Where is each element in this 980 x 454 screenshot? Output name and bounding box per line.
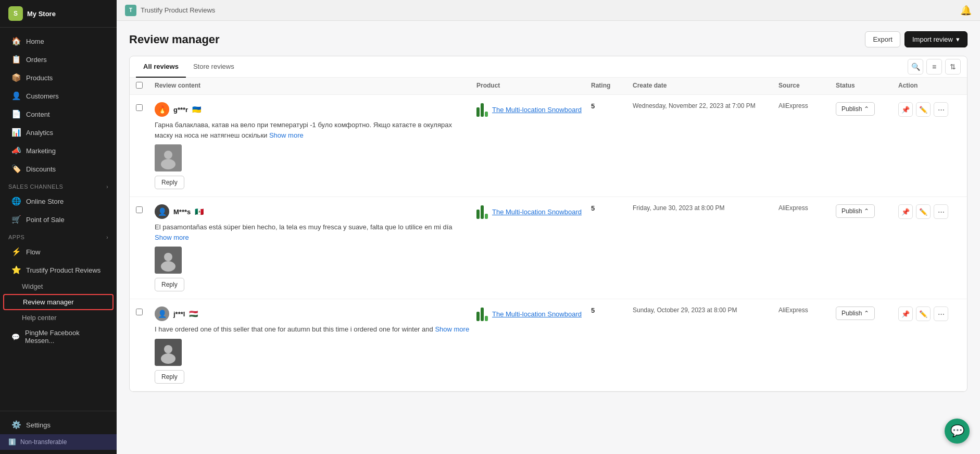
tab-all-reviews[interactable]: All reviews	[136, 56, 186, 78]
import-review-button[interactable]: Import review ▾	[904, 31, 968, 47]
col-product: Product	[476, 82, 591, 90]
reply-button[interactable]: Reply	[155, 370, 184, 384]
sidebar-item-content[interactable]: 📄 Content	[3, 105, 114, 123]
pin-icon-button[interactable]: 📌	[898, 306, 913, 321]
sidebar-sub-widget[interactable]: Widget	[3, 279, 114, 293]
main-content: T Trustify Product Reviews 🔔 Review mana…	[117, 0, 980, 454]
export-button[interactable]: Export	[865, 31, 900, 47]
edit-icon-button[interactable]: ✏️	[916, 306, 931, 321]
filter-icon-button[interactable]: ≡	[926, 59, 942, 75]
sidebar-item-flow[interactable]: ⚡ Flow	[3, 243, 114, 261]
tabs: All reviews Store reviews	[136, 56, 242, 77]
product-link[interactable]: The Multi-location Snowboard	[492, 310, 582, 318]
col-rating: Rating	[591, 82, 633, 90]
pin-icon-button[interactable]: 📌	[898, 102, 913, 117]
reviewer-flag: 🇺🇦	[192, 105, 201, 114]
product-link[interactable]: The Multi-location Snowboard	[492, 106, 582, 114]
more-icon-button[interactable]: ⋯	[934, 204, 948, 219]
svg-point-8	[161, 353, 175, 364]
sidebar-bottom: ⚙️ Settings ℹ️ Non-transferable	[0, 411, 117, 454]
sidebar-item-trustify[interactable]: ⭐ Trustify Product Reviews	[3, 261, 114, 279]
publish-button[interactable]: Publish ⌃	[836, 102, 875, 116]
action-cell: 📌 ✏️ ⋯	[898, 102, 961, 117]
online-store-icon: 🌐	[11, 197, 21, 206]
product-bars-icon	[476, 204, 488, 219]
import-label: Import review	[912, 35, 953, 43]
sidebar-item-marketing[interactable]: 📣 Marketing	[3, 142, 114, 159]
review-text: El pasamontañas está súper bien hecho, l…	[155, 222, 470, 242]
sidebar-item-analytics[interactable]: 📊 Analytics	[3, 124, 114, 141]
reviewer-header: 🔥 g***r 🇺🇦	[155, 102, 470, 117]
topbar-title-area: T Trustify Product Reviews	[125, 5, 215, 16]
reviewer-flag: 🇲🇽	[195, 207, 204, 216]
sales-channels-section: Sales channels ›	[0, 178, 117, 192]
reply-button[interactable]: Reply	[155, 176, 184, 189]
sidebar-item-pingme[interactable]: 💬 PingMe Facebook Messen...	[3, 325, 114, 348]
edit-icon-button[interactable]: ✏️	[916, 102, 931, 117]
edit-icon-button[interactable]: ✏️	[916, 204, 931, 219]
chat-bubble-button[interactable]: 💬	[945, 419, 970, 444]
table-row: 👤 j***l 🇭🇺 I have ordered one of this se…	[130, 299, 967, 391]
row-checkbox[interactable]	[136, 104, 143, 111]
product-bars-icon	[476, 102, 488, 117]
sidebar-item-label: Customers	[26, 92, 59, 100]
sidebar-item-label: Analytics	[26, 129, 53, 137]
product-link[interactable]: The Multi-location Snowboard	[492, 208, 582, 216]
avatar: 🔥	[155, 102, 169, 117]
sales-channels-chevron: ›	[106, 184, 108, 190]
sidebar-item-discounts[interactable]: 🏷️ Discounts	[3, 160, 114, 178]
publish-button[interactable]: Publish ⌃	[836, 306, 875, 320]
reply-button[interactable]: Reply	[155, 278, 184, 291]
sidebar-item-products[interactable]: 📦 Products	[3, 69, 114, 87]
show-more-link[interactable]: Show more	[155, 234, 189, 241]
sidebar-item-settings[interactable]: ⚙️ Settings	[3, 416, 114, 434]
review-thumbnail	[155, 144, 182, 171]
more-icon-button[interactable]: ⋯	[934, 306, 948, 321]
reviewer-header: 👤 j***l 🇭🇺	[155, 306, 470, 321]
sidebar-item-label: Products	[26, 74, 53, 82]
sidebar-sub-review-manager[interactable]: Review manager	[3, 294, 114, 310]
publish-button[interactable]: Publish ⌃	[836, 204, 875, 218]
non-transferable-icon: ℹ️	[8, 438, 16, 446]
rating-cell: 5	[591, 306, 633, 314]
row-checkbox[interactable]	[136, 309, 143, 315]
sidebar-item-customers[interactable]: 👤 Customers	[3, 87, 114, 105]
topbar-title-text: Trustify Product Reviews	[141, 6, 215, 14]
more-icon-button[interactable]: ⋯	[934, 102, 948, 117]
flow-icon: ⚡	[11, 247, 21, 256]
sidebar-item-orders[interactable]: 📋 Orders	[3, 51, 114, 68]
table-header: Review content Product Rating Create dat…	[130, 78, 967, 95]
sidebar-item-home[interactable]: 🏠 Home	[3, 32, 114, 50]
sidebar-item-label: Flow	[26, 248, 40, 256]
action-cell: 📌 ✏️ ⋯	[898, 204, 961, 219]
search-icon-button[interactable]: 🔍	[908, 59, 923, 75]
row-checkbox[interactable]	[136, 206, 143, 213]
home-icon: 🏠	[11, 36, 21, 46]
sort-icon-button[interactable]: ⇅	[945, 59, 961, 75]
non-transferable-banner: ℹ️ Non-transferable	[0, 434, 117, 450]
col-action: Action	[898, 82, 961, 90]
bell-icon[interactable]: 🔔	[960, 5, 972, 16]
select-all-checkbox[interactable]	[136, 82, 143, 89]
product-cell: The Multi-location Snowboard	[476, 102, 591, 117]
orders-icon: 📋	[11, 55, 21, 64]
date-cell: Sunday, October 29, 2023 at 8:00 PM	[633, 306, 778, 314]
pin-icon-button[interactable]: 📌	[898, 204, 913, 219]
date-cell: Friday, June 30, 2023 at 8:00 PM	[633, 204, 778, 212]
sidebar-sub-label: Review manager	[23, 298, 74, 306]
sidebar-sub-help-center[interactable]: Help center	[3, 311, 114, 325]
trustify-icon: ⭐	[11, 265, 21, 275]
tab-actions: 🔍 ≡ ⇅	[908, 59, 961, 75]
sidebar-item-online-store[interactable]: 🌐 Online Store	[3, 192, 114, 210]
reviewer-name: j***l	[173, 310, 185, 318]
publish-chevron-icon: ⌃	[864, 207, 869, 215]
sidebar-item-label: PingMe Facebook Messen...	[25, 329, 105, 345]
topbar: T Trustify Product Reviews 🔔	[117, 0, 980, 21]
show-more-link[interactable]: Show more	[435, 325, 469, 333]
reviewer-name: M***s	[173, 208, 191, 216]
import-chevron-icon: ▾	[956, 35, 960, 43]
show-more-link[interactable]: Show more	[269, 131, 304, 139]
col-checkbox	[136, 82, 155, 90]
tab-store-reviews[interactable]: Store reviews	[186, 56, 242, 78]
sidebar-item-point-of-sale[interactable]: 🛒 Point of Sale	[3, 211, 114, 228]
